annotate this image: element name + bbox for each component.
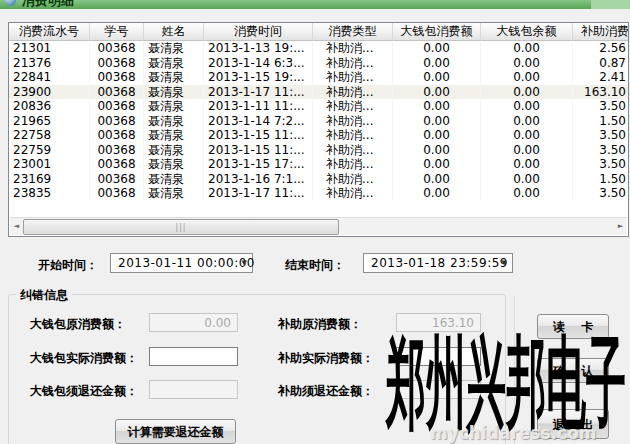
column-header[interactable]: 补助消费额: [573, 23, 629, 41]
table-cell: 00368: [90, 128, 144, 143]
table-cell: 1.50: [573, 114, 629, 129]
table-body: 2130100368聂清泉2013-1-13 19:...补助消...0.000…: [9, 41, 628, 201]
table-cell: 0.87: [573, 56, 629, 71]
column-header[interactable]: 消费类型: [313, 23, 393, 41]
vertical-divider: [514, 296, 515, 444]
window-title: 消费明细: [22, 0, 74, 8]
read-card-button[interactable]: 读 卡: [537, 314, 609, 339]
table-cell: 00368: [90, 172, 144, 187]
exit-button[interactable]: 退 出: [537, 409, 609, 439]
table-cell: 聂清泉: [144, 41, 204, 56]
table-cell: 2013-1-14 7:2...: [204, 114, 313, 129]
table-cell: 补助消...: [313, 172, 393, 187]
table-row[interactable]: 2390000368聂清泉2013-1-17 11:...补助消...0.000…: [9, 85, 628, 100]
table-cell: 00368: [90, 157, 144, 172]
app-window: 消费明细 消费流水号学号姓名消费时间消费类型大钱包消费额大钱包余额补助消费额 2…: [0, 0, 630, 444]
table-row[interactable]: 2316900368聂清泉2013-1-16 7:1...补助消...0.000…: [9, 172, 628, 187]
table-cell: 补助消...: [313, 157, 393, 172]
table-cell: 0.00: [481, 99, 573, 114]
table-row[interactable]: 2275900368聂清泉2013-1-15 11:...补助消...0.000…: [9, 143, 628, 158]
table-cell: 2013-1-13 19:...: [204, 41, 313, 56]
table-cell: 23835: [9, 186, 90, 201]
table-row[interactable]: 2300100368聂清泉2013-1-15 17:...补助消...0.000…: [9, 157, 628, 172]
confirm-button[interactable]: 确 认: [537, 358, 609, 383]
table-cell: 聂清泉: [144, 99, 204, 114]
end-time-label: 结束时间：: [285, 257, 345, 274]
start-time-combobox[interactable]: 2013-01-11 00:00:00 ▼: [110, 253, 253, 273]
column-header[interactable]: 消费时间: [204, 23, 313, 41]
table-cell: 聂清泉: [144, 85, 204, 100]
horizontal-scrollbar[interactable]: ◄ ||| ►: [10, 217, 627, 235]
table-cell: 补助消...: [313, 85, 393, 100]
table-row[interactable]: 2284100368聂清泉2013-1-15 19:...补助消...0.000…: [9, 70, 628, 85]
column-header[interactable]: 学号: [90, 23, 144, 41]
table-cell: 3.50: [573, 157, 629, 172]
scroll-right-icon[interactable]: ►: [614, 218, 627, 235]
table-row[interactable]: 2196500368聂清泉2013-1-14 7:2...补助消...0.000…: [9, 114, 628, 129]
column-header[interactable]: 大钱包消费额: [393, 23, 481, 41]
wallet-actual-label: 大钱包实际消费额：: [30, 350, 138, 367]
start-time-value: 2013-01-11 00:00:00: [118, 254, 255, 272]
column-header[interactable]: 大钱包余额: [481, 23, 573, 41]
table-cell: 聂清泉: [144, 172, 204, 187]
table-cell: 2013-1-15 19:...: [204, 70, 313, 85]
table-cell: 0.00: [481, 56, 573, 71]
table-row[interactable]: 2137600368聂清泉2013-1-14 6:3...补助消...0.000…: [9, 56, 628, 71]
table-cell: 2013-1-15 11:...: [204, 143, 313, 158]
wallet-actual-field[interactable]: [149, 347, 238, 366]
table-cell: 0.00: [481, 70, 573, 85]
table-cell: 聂清泉: [144, 186, 204, 201]
table-cell: 00368: [90, 99, 144, 114]
table-cell: 163.10: [573, 85, 629, 100]
table-cell: 2013-1-11 11:...: [204, 99, 313, 114]
end-time-combobox[interactable]: 2013-01-18 23:59:59 ▼: [363, 253, 513, 273]
table-cell: 00368: [90, 143, 144, 158]
table-cell: 0.00: [393, 186, 481, 201]
table-cell: 2013-1-16 7:1...: [204, 172, 313, 187]
table-cell: 0.00: [481, 85, 573, 100]
title-bar[interactable]: 消费明细: [0, 0, 630, 9]
subsidy-actual-field[interactable]: [396, 347, 481, 366]
table-cell: 2013-1-14 6:3...: [204, 56, 313, 71]
column-header[interactable]: 姓名: [144, 23, 204, 41]
consumption-table: 消费流水号学号姓名消费时间消费类型大钱包消费额大钱包余额补助消费额 213010…: [8, 22, 629, 237]
table-header: 消费流水号学号姓名消费时间消费类型大钱包消费额大钱包余额补助消费额: [9, 23, 628, 41]
scrollbar-thumb[interactable]: |||: [23, 219, 339, 235]
table-cell: 聂清泉: [144, 128, 204, 143]
table-cell: 2013-1-15 17:...: [204, 157, 313, 172]
subsidy-original-field: [396, 313, 481, 332]
wallet-refund-field: [149, 380, 238, 399]
table-cell: 聂清泉: [144, 70, 204, 85]
table-cell: 23900: [9, 85, 90, 100]
table-row[interactable]: 2275800368聂清泉2013-1-15 11:...补助消...0.000…: [9, 128, 628, 143]
table-cell: 3.50: [573, 128, 629, 143]
scroll-left-icon[interactable]: ◄: [10, 218, 23, 235]
column-header[interactable]: 消费流水号: [9, 23, 90, 41]
table-cell: 2013-1-17 11:...: [204, 186, 313, 201]
table-cell: 0.00: [393, 172, 481, 187]
table-row[interactable]: 2083600368聂清泉2013-1-11 11:...补助消...0.000…: [9, 99, 628, 114]
table-row[interactable]: 2383500368聂清泉2013-1-17 11:...补助消...0.000…: [9, 186, 628, 201]
start-time-label: 开始时间：: [38, 257, 98, 274]
chevron-down-icon[interactable]: ▼: [242, 259, 247, 267]
calculate-refund-button[interactable]: 计算需要退还金额: [115, 419, 236, 444]
table-cell: 聂清泉: [144, 143, 204, 158]
end-time-value: 2013-01-18 23:59:59: [371, 254, 508, 272]
table-cell: 2.56: [573, 41, 629, 56]
table-cell: 聂清泉: [144, 56, 204, 71]
table-cell: 0.00: [393, 128, 481, 143]
table-row[interactable]: 2130100368聂清泉2013-1-13 19:...补助消...0.000…: [9, 41, 628, 56]
subsidy-actual-label: 补助实际消费额：: [278, 350, 374, 367]
table-cell: 22759: [9, 143, 90, 158]
table-cell: 0.00: [481, 114, 573, 129]
table-cell: 00368: [90, 114, 144, 129]
table-cell: 2013-1-15 11:...: [204, 128, 313, 143]
table-cell: 21301: [9, 41, 90, 56]
table-cell: 00368: [90, 56, 144, 71]
correction-group-title: 纠错信息: [16, 287, 72, 304]
chevron-down-icon[interactable]: ▼: [502, 259, 507, 267]
table-cell: 00368: [90, 41, 144, 56]
table-cell: 20836: [9, 99, 90, 114]
window-controls-area[interactable]: [591, 0, 630, 9]
table-cell: 补助消...: [313, 128, 393, 143]
